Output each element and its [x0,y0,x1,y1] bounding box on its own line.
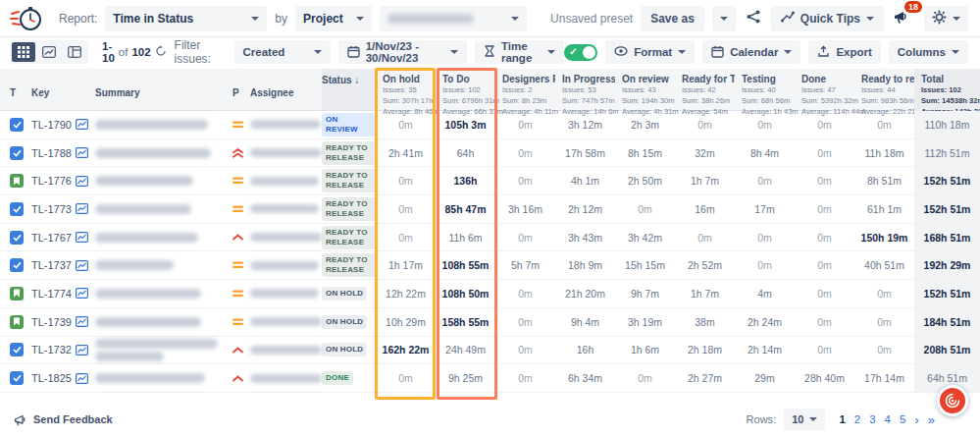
issue-key-link[interactable]: TL-1788 [31,147,72,159]
page-button-4[interactable]: 4 [885,413,891,425]
time-value: 28h 40m [804,372,845,384]
issue-key-link[interactable]: TL-1737 [31,259,72,271]
task-type-icon[interactable] [10,202,24,216]
columns-button[interactable]: Columns [889,40,968,64]
chart-view-button[interactable] [37,42,61,62]
group-by-select[interactable]: Project [295,6,372,31]
refresh-icon[interactable] [155,45,167,59]
table-row-tl-1774[interactable]: TL-1774ON HOLD12h 22m108h 50m0m21h 20m9h… [0,280,980,308]
issue-chart-button[interactable] [76,232,95,243]
time-value: 2h 27m [688,372,722,384]
page-button-5[interactable]: 5 [900,413,905,425]
table-row-tl-1737[interactable]: TL-1737READY TO RELEASE1h 17m108h 55m5h … [0,251,980,280]
page-button-1[interactable]: 1 [839,413,845,425]
column-header-ready-to-release[interactable]: Ready to releaseIssues: 44Sum: 983h 56mA… [854,69,914,110]
task-type-icon[interactable] [10,343,24,356]
cell-to-do: 11h 6m [436,232,495,244]
issue-key-link[interactable]: TL-1825 [31,372,72,384]
export-button[interactable]: Export [808,40,880,64]
column-header-on-review[interactable]: On reviewIssues: 43Sum: 194h 30mAverage:… [615,69,675,110]
issue-key-link[interactable]: TL-1790 [31,119,72,131]
issue-chart-button[interactable] [76,203,95,214]
issue-chart-button[interactable] [76,316,95,327]
story-type-icon[interactable] [10,174,24,188]
issue-chart-button[interactable] [76,176,95,187]
issue-chart-button[interactable] [76,288,95,299]
board-view-button[interactable] [63,42,86,62]
save-as-button[interactable]: Save as [641,6,704,31]
table-row-tl-1732[interactable]: TL-1732ON HOLD162h 22m24h 49m0m16h1h 6m2… [0,337,980,365]
task-type-icon[interactable] [10,118,24,132]
column-header-priority[interactable]: P [232,69,250,110]
page-button-3[interactable]: 3 [869,413,875,425]
time-value: 152h 51m [924,203,971,215]
cell-ready-for-testing: 0m [675,232,735,244]
table-row-tl-1776[interactable]: TL-1776READY TO RELEASE0m136h0m4h 1m2h 5… [0,167,980,195]
column-header-status-sorted[interactable]: Status ↓ [322,69,376,110]
table-row-tl-1767[interactable]: TL-1767READY TO RELEASE0m11h 6m0m3h 43m3… [0,224,980,252]
issue-chart-button[interactable] [76,119,95,130]
cell-on-hold: 12h 22m [376,288,436,300]
date-range-select[interactable]: 1/Nov/23 - 30/Nov/23 [338,40,467,64]
quick-tips-button[interactable]: Quick Tips [771,6,884,31]
column-header-on-hold[interactable]: On holdIssues: 35Sum: 307h 17mAverage: 8… [376,69,436,110]
rows-per-page-select[interactable]: 10 [784,409,825,430]
issue-chart-button[interactable] [76,345,95,356]
column-header-designers-review[interactable]: Designers ReviewIssues: 2Sum: 8h 23mAver… [495,69,555,110]
table-row-tl-1788[interactable]: TL-1788READY TO RELEASE2h 41m64h0m17h 58… [0,139,980,168]
issue-summary-redacted [95,260,232,270]
time-range-button[interactable]: Time range [475,40,564,64]
task-type-icon[interactable] [10,146,24,160]
share-icon[interactable] [744,9,763,28]
issue-chart-button[interactable] [76,260,95,271]
issue-chart-button[interactable] [76,373,95,384]
time-value: 17h 58m [565,147,605,159]
table-row-tl-1825[interactable]: TL-1825DONE0m9h 25m0m6h 34m0m2h 27m29m28… [0,364,980,393]
priority-medium-icon [232,318,250,326]
time-value: 2h 41m [388,147,423,159]
calendar-button[interactable]: Calendar [702,40,800,64]
table-row-tl-1773[interactable]: TL-1773READY TO RELEASE0m85h 47m3h 16m2h… [0,195,980,224]
last-page-button[interactable]: » [928,413,935,426]
task-type-icon[interactable] [10,231,24,245]
issue-key-link[interactable]: TL-1732 [31,344,72,356]
column-header-assignee[interactable]: Assignee [250,69,322,110]
column-header-key[interactable]: Key [31,69,76,110]
issue-key-link[interactable]: TL-1774 [31,288,72,300]
column-header-summary[interactable]: Summary [95,69,232,110]
column-header-ready-for-testing[interactable]: Ready for TestingIssues: 42Sum: 38h 26mA… [675,69,735,110]
column-header-testing[interactable]: TestingIssues: 40Sum: 68h 56mAverage: 1h… [735,69,795,110]
task-type-icon[interactable] [10,371,24,385]
issue-key-link[interactable]: TL-1773 [31,203,72,215]
format-toggle[interactable]: ✓ [564,44,597,61]
story-type-icon[interactable] [10,287,24,301]
report-type-select[interactable]: Time in Status [105,6,267,31]
story-type-icon[interactable] [10,315,24,329]
grid-view-button[interactable] [12,42,35,62]
column-header-in-progress[interactable]: In ProgressIssues: 53Sum: 747h 57mAverag… [555,69,615,110]
issue-key-link[interactable]: TL-1739 [31,316,72,328]
project-select[interactable] [380,6,527,31]
table-row-tl-1739[interactable]: TL-1739ON HOLD10h 29m158h 55m0m9h 4m3h 1… [0,308,980,337]
page-button-2[interactable]: 2 [854,413,860,425]
notifications-button[interactable]: 18 [892,7,916,29]
format-button[interactable]: Format [605,40,695,64]
column-header-to-do[interactable]: To DoIssues: 102Sum: 6796h 31mAverage: 6… [436,69,495,110]
cell-on-review: 0m [615,372,675,384]
cell-on-review: 9h 7m [615,288,675,300]
issue-key-link[interactable]: TL-1767 [31,232,72,244]
issue-key-link[interactable]: TL-1776 [31,175,72,187]
column-header-total[interactable]: TotalIssues: 102Sum: 14538h 32mAverage: … [914,69,980,111]
save-options-button[interactable] [712,6,736,31]
cell-designers-review: 0m [495,372,555,384]
task-type-icon[interactable] [10,258,24,272]
issue-chart-button[interactable] [76,147,95,158]
column-header-done[interactable]: DoneIssues: 47Sum: 5392h 32mAverage: 114… [795,69,854,110]
column-header-type[interactable]: T [10,69,31,110]
settings-button[interactable] [924,6,968,31]
send-feedback-button[interactable]: Send Feedback [14,413,113,426]
next-page-button[interactable]: › [914,413,918,426]
support-widget-button[interactable] [937,385,968,416]
cell-ready-to-release: 8h 51m [854,175,914,187]
filter-field-select[interactable]: Created [234,40,331,64]
